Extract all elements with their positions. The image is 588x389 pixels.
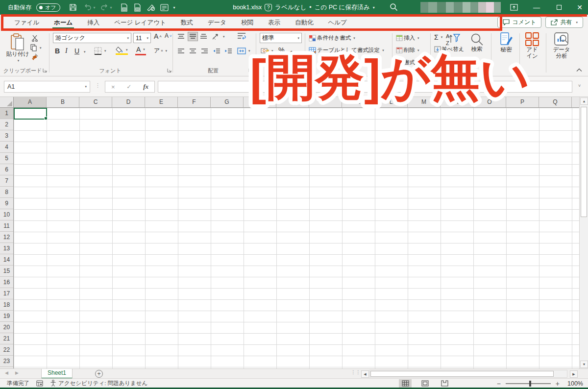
formula-bar-grip-icon[interactable]: ⋮ <box>95 82 100 89</box>
sheet-nav-left-icon[interactable]: ◀ <box>5 370 15 375</box>
decrease-indent-button[interactable] <box>213 48 220 54</box>
align-top-button[interactable] <box>177 33 185 40</box>
row-header-9[interactable]: 9 <box>0 198 13 209</box>
new-sheet-button[interactable]: + <box>95 370 103 378</box>
insert-function-button[interactable]: fx <box>143 83 148 91</box>
bold-button[interactable]: B <box>55 47 60 55</box>
formula-bar-expand-icon[interactable]: ˅ <box>578 83 581 88</box>
row-header-11[interactable]: 11 <box>0 220 13 232</box>
increase-indent-button[interactable] <box>224 48 232 54</box>
maximize-button[interactable] <box>551 0 567 15</box>
page-layout-view-button[interactable] <box>418 379 431 388</box>
column-header-F[interactable]: F <box>178 97 211 107</box>
quick-print-button[interactable] <box>133 3 142 12</box>
row-header-19[interactable]: 19 <box>0 311 13 322</box>
collapse-ribbon-button[interactable] <box>576 67 582 73</box>
row-header-20[interactable]: 20 <box>0 322 13 333</box>
italic-button[interactable]: I <box>65 47 68 55</box>
font-color-button[interactable]: A ▾ <box>135 46 146 55</box>
print-preview-button[interactable] <box>120 3 128 12</box>
row-header-4[interactable]: 4 <box>0 142 13 153</box>
copy-button[interactable]: ▾ <box>30 44 42 51</box>
align-right-button[interactable] <box>201 48 208 54</box>
search-button[interactable] <box>390 3 398 13</box>
align-left-button[interactable] <box>177 48 185 54</box>
tab-scroll-splitter-icon[interactable]: ⋮⋮ <box>351 369 361 375</box>
autosave-toggle[interactable]: オフ <box>36 3 60 12</box>
underline-button[interactable]: U <box>74 47 79 55</box>
scroll-up-button[interactable]: ▲ <box>580 97 588 105</box>
cut-button[interactable] <box>31 35 39 42</box>
close-button[interactable]: ✕ <box>571 0 588 15</box>
minimize-button[interactable]: — <box>528 0 545 15</box>
row-header-6[interactable]: 6 <box>0 164 13 175</box>
zoom-level[interactable]: 100% <box>564 380 583 387</box>
column-header-E[interactable]: E <box>145 97 178 107</box>
row-header-14[interactable]: 14 <box>0 254 13 266</box>
row-header-2[interactable]: 2 <box>0 119 13 130</box>
align-bottom-button[interactable] <box>200 33 207 40</box>
zoom-slider-track[interactable] <box>506 383 551 384</box>
row-header-15[interactable]: 15 <box>0 266 13 277</box>
horizontal-scroll-thumb[interactable] <box>370 371 554 377</box>
row-header-22[interactable]: 22 <box>0 344 13 356</box>
column-header-C[interactable]: C <box>79 97 112 107</box>
grow-font-button[interactable]: A˄ <box>154 32 162 40</box>
enter-button[interactable]: ✓ <box>126 83 131 90</box>
wrap-text-button[interactable] <box>237 32 246 40</box>
row-header-3[interactable]: 3 <box>0 130 13 142</box>
normal-view-button[interactable] <box>399 379 412 388</box>
undo-button[interactable]: ▾ <box>84 4 96 11</box>
accessibility-status[interactable]: アクセシビリティ: 問題ありません <box>50 380 147 387</box>
row-header-7[interactable]: 7 <box>0 175 13 187</box>
row-header-5[interactable]: 5 <box>0 153 13 164</box>
font-dialog-launcher[interactable] <box>167 68 172 74</box>
zoom-in-button[interactable]: + <box>556 380 560 388</box>
row-header-16[interactable]: 16 <box>0 277 13 288</box>
sheet-tab-sheet1[interactable]: Sheet1 <box>41 369 73 379</box>
zoom-slider-thumb[interactable] <box>529 381 531 387</box>
row-header-21[interactable]: 21 <box>0 333 13 344</box>
row-header-12[interactable]: 12 <box>0 232 13 243</box>
ribbon-display-options-button[interactable] <box>506 0 522 15</box>
row-header-13[interactable]: 13 <box>0 243 13 254</box>
shrink-font-button[interactable]: A˅ <box>165 32 172 39</box>
select-all-corner[interactable] <box>0 97 14 108</box>
align-middle-button[interactable] <box>188 32 197 41</box>
paste-button[interactable]: 貼り付け ▾ <box>5 33 30 64</box>
row-header-1[interactable]: 1 <box>0 108 13 119</box>
phonetic-button[interactable]: ア≡ ▾ <box>154 47 167 55</box>
column-header-G[interactable]: G <box>211 97 244 107</box>
name-box[interactable]: A1 ▾ <box>4 81 90 93</box>
zoom-out-button[interactable]: − <box>497 380 501 388</box>
comments-button[interactable]: コメント <box>497 17 541 28</box>
scroll-left-button[interactable]: ◀ <box>361 370 369 378</box>
font-name-combo[interactable]: 游ゴシック ▾ <box>53 33 131 43</box>
form-button[interactable] <box>160 4 169 11</box>
horizontal-scroll-track[interactable] <box>369 370 567 378</box>
fill-color-button[interactable]: ▾ <box>116 47 128 55</box>
borders-button[interactable]: ▾ <box>94 47 106 55</box>
sheet-nav-right-icon[interactable]: ▶ <box>15 370 25 375</box>
document-title-area[interactable]: book1.xlsx ? ラベルなし • この PC に保存済み ▾ <box>196 0 412 15</box>
share-button[interactable]: 共有 ▾ <box>545 17 583 28</box>
scroll-down-button[interactable]: ▼ <box>580 361 588 368</box>
row-header-18[interactable]: 18 <box>0 299 13 311</box>
column-header-D[interactable]: D <box>112 97 145 107</box>
row-header-23[interactable]: 23 <box>0 356 13 367</box>
selected-cell-A1[interactable] <box>14 108 47 120</box>
sheet-cells[interactable] <box>14 108 579 368</box>
save-button[interactable] <box>69 3 77 11</box>
align-center-button[interactable] <box>189 48 196 54</box>
redo-button[interactable]: ▾ <box>100 4 112 11</box>
cancel-button[interactable]: × <box>111 83 115 91</box>
vertical-scroll-thumb[interactable] <box>581 107 587 217</box>
underline-dropdown-icon[interactable]: ▾ <box>84 50 86 54</box>
scroll-right-button[interactable]: ▶ <box>570 370 578 378</box>
page-break-view-button[interactable] <box>438 379 451 388</box>
horizontal-scrollbar[interactable]: ◀ ▶ <box>361 370 578 378</box>
row-header-17[interactable]: 17 <box>0 288 13 299</box>
column-header-B[interactable]: B <box>47 97 79 107</box>
orientation-button[interactable]: ▾ <box>212 33 225 40</box>
sheet-nav-arrows[interactable]: ◀▶ <box>5 370 25 375</box>
